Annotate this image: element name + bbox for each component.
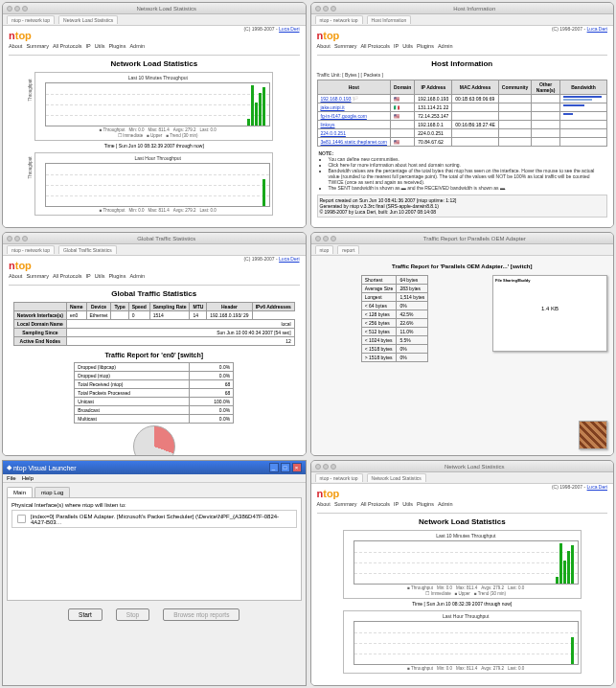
time-caption: Time [ Sun Jun 10 08:32:39 2007 through … [9, 143, 300, 149]
mac-close-icon[interactable] [7, 6, 12, 11]
panel-host-info: Host Information ntop - network top Host… [310, 2, 615, 228]
mac-zoom-icon[interactable] [331, 236, 336, 241]
page-title: Host Information [317, 59, 608, 68]
mac-zoom-icon[interactable] [331, 464, 336, 470]
floating-title: File Sharing/Buddy [495, 278, 605, 283]
flag-icon: 🇺🇸 [394, 139, 399, 145]
browser-tab[interactable]: ntop [315, 245, 334, 254]
table-row: 192.168.0.193 🏳️🇺🇸192.168.0.19300:1B:63:… [317, 95, 607, 103]
main-menu[interactable]: AboutSummaryAll ProtocolsIPUtilsPluginsA… [317, 43, 608, 49]
app-icon: ◆ [7, 464, 11, 471]
panel-network-load-2: Network Load Statistics ntop - network t… [310, 460, 615, 686]
browser-tab[interactable]: ntop - network top [315, 473, 363, 482]
browser-tab[interactable]: ntop - network top [7, 15, 55, 24]
main-menu[interactable]: AboutSummaryAll ProtocolsIPUtilsPluginsA… [9, 273, 300, 279]
packet-size-table: Shortest64 bytes Average Size283 bytes L… [361, 275, 429, 362]
tab-log[interactable]: ntop Log [34, 487, 70, 497]
main-menu[interactable]: AboutSummaryAll ProtocolsIPUtilsPluginsA… [317, 501, 608, 507]
note-block: NOTE: You can define new communities. Cl… [319, 150, 606, 191]
mac-close-icon[interactable] [315, 6, 321, 11]
start-button[interactable]: Start [68, 608, 103, 621]
sub-title: Traffic Report for 'Parallels OEM Adapte… [317, 264, 608, 269]
table-row: 3e81.1446.static.theplanet.com🇺🇸70.84.67… [317, 138, 607, 147]
y-axis-label: Throughput [28, 156, 33, 178]
flag-icon: 🇺🇸 [394, 113, 399, 119]
browser-tab[interactable]: Host Information [367, 15, 412, 24]
interfaces-table: NameDeviceTypeSpeedSampling RateMTUHeade… [13, 302, 295, 346]
interfaces-label: Physical Interface(s) where ntop will li… [11, 502, 297, 508]
table-row: fg-in-f147.google.com🇺🇸72.14.253.147 [317, 112, 607, 121]
page-title: Network Load Statistics [9, 59, 300, 68]
host-table: Host Domain IP Address MAC Address Commu… [317, 80, 608, 147]
mac-close-icon[interactable] [7, 236, 12, 241]
mac-minimize-icon[interactable] [323, 464, 329, 470]
browser-tab[interactable]: Network Load Statistics [58, 15, 118, 24]
browser-tab[interactable]: ntop - network top [315, 15, 363, 24]
win-titlebar: ◆ ntop Visual Launcher _ □ × [3, 461, 306, 474]
panel-global-traffic: Global Traffic Statistics ntop - network… [2, 232, 307, 456]
panel-network-load-1: Network Load Statistics ntop - network t… [2, 2, 307, 228]
y-axis-label: Throughput [28, 79, 33, 101]
page-title: Global Traffic Statistics [9, 289, 300, 298]
win-menu[interactable]: FileHelp [3, 474, 306, 483]
thumbnail-icon[interactable] [579, 421, 607, 449]
mac-zoom-icon[interactable] [331, 6, 336, 11]
flag-icon: 🇺🇸 [394, 96, 399, 102]
traffic-table: Dropped (libpcap)0.0% Dropped (ntop)0.0%… [74, 362, 234, 424]
browser-tab[interactable]: ntop - network top [7, 245, 55, 254]
copyright: (C) 1998-2007 - Luca Deri [243, 26, 299, 32]
minimize-icon[interactable]: _ [269, 463, 279, 472]
flag-icon: 🏳️ [353, 96, 358, 102]
author-link[interactable]: Luca Deri [279, 26, 299, 32]
panel-visual-launcher: ◆ ntop Visual Launcher _ □ × FileHelp Ma… [2, 460, 307, 686]
interface-name: [index=0] Parallels OEM Adapter. [Micros… [31, 514, 293, 525]
floating-sharing-window[interactable]: File Sharing/Buddy 1.4 KB [492, 275, 607, 352]
pie-chart [133, 425, 175, 455]
interface-panel: Physical Interface(s) where ntop will li… [7, 497, 302, 601]
sharing-value: 1.4 KB [495, 306, 605, 311]
sub-title: Traffic Report for 'en0' [switch] [9, 352, 300, 358]
interface-row[interactable]: [index=0] Parallels OEM Adapter. [Micros… [11, 510, 297, 528]
chart-10min: Last 10 Minutes Throughput ■ ThroughputM… [343, 530, 582, 599]
stop-button[interactable]: Stop [116, 608, 149, 621]
browse-button[interactable]: Browse ntop reports [163, 608, 240, 621]
browser-tabstrip: ntop - network top Network Load Statisti… [3, 14, 306, 26]
table-row: jake.unipi.it🇮🇹131.114.21.22 [317, 103, 607, 112]
main-menu[interactable]: AboutSummaryAll ProtocolsIPUtilsPluginsA… [9, 43, 300, 49]
window-title: ntop Visual Launcher [13, 465, 77, 471]
window-title: Traffic Report for Parallels OEM Adapter [340, 236, 610, 241]
maximize-icon[interactable]: □ [281, 463, 290, 472]
mac-close-icon[interactable] [315, 236, 321, 241]
chart-10min: Last 10 Minutes Throughput Throughput ■ … [34, 72, 273, 141]
unit-toggle[interactable]: Traffic Unit: [ Bytes ] [ Packets ] [317, 72, 608, 78]
window-title: Global Traffic Statistics [32, 236, 302, 241]
tab-main[interactable]: Main [7, 487, 33, 497]
window-title: Network Load Statistics [32, 6, 302, 11]
chart-bars [247, 85, 265, 126]
mac-zoom-icon[interactable] [22, 6, 28, 11]
chart-hour: Last Hour Throughput ■ ThroughputMin: 0.… [343, 610, 582, 674]
browser-tab[interactable]: Global Traffic Statistics [58, 245, 117, 254]
report-footer: Report created on Sun Jun 10 08:41:36 20… [317, 195, 608, 218]
mac-titlebar: Network Load Statistics [3, 3, 306, 14]
page-title: Network Load Statistics [317, 517, 608, 526]
chart-hour: Last Hour Throughput Throughput ■ Throug… [34, 152, 273, 216]
panel-traffic-report-oem: Traffic Report for Parallels OEM Adapter… [310, 232, 615, 456]
mac-close-icon[interactable] [315, 464, 321, 470]
mac-minimize-icon[interactable] [14, 236, 20, 241]
time-caption: Time [ Sun Jun 10 08:32:39 2007 through … [317, 601, 608, 607]
window-title: Network Load Statistics [340, 464, 610, 470]
table-row: linksys192.168.0.100:16:B6:18:27:4E [317, 121, 607, 129]
flag-icon: 🇮🇹 [394, 104, 399, 110]
table-row: 224.0.0.251224.0.0.251 [317, 129, 607, 138]
window-title: Host Information [340, 6, 610, 11]
close-icon[interactable]: × [292, 463, 302, 472]
mac-minimize-icon[interactable] [14, 6, 20, 11]
mac-minimize-icon[interactable] [323, 236, 329, 241]
browser-tab[interactable]: Network Load Statistics [367, 473, 426, 482]
mac-zoom-icon[interactable] [22, 236, 28, 241]
browser-tab[interactable]: report [337, 245, 359, 254]
mac-minimize-icon[interactable] [323, 6, 329, 11]
interface-checkbox[interactable] [17, 515, 26, 523]
